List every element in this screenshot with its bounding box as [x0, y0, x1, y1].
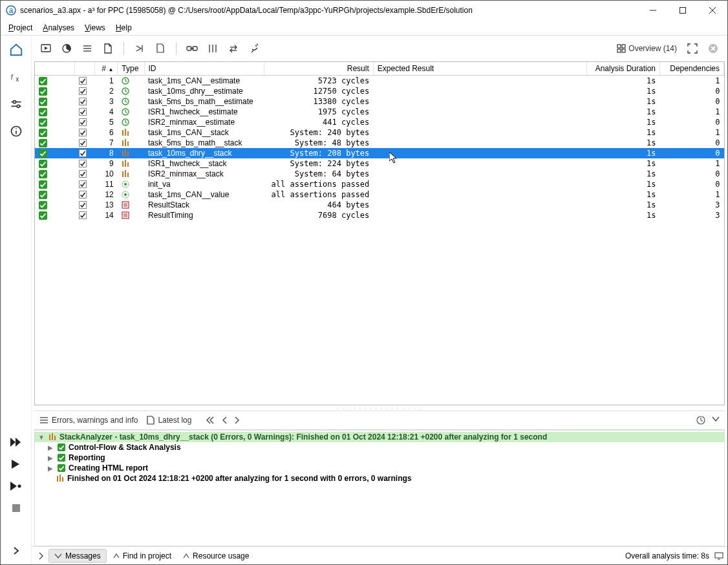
- log-header-row[interactable]: ▼ StackAnalyzer - task_10ms_dhry__stack …: [35, 432, 724, 442]
- checkbox-icon[interactable]: [79, 118, 91, 126]
- col-result[interactable]: Result: [264, 62, 374, 76]
- prev-log-icon[interactable]: [221, 416, 228, 424]
- enabled-cell[interactable]: [75, 200, 95, 210]
- plug-icon[interactable]: [245, 39, 263, 58]
- enabled-cell[interactable]: [75, 148, 95, 158]
- expand-right-icon[interactable]: [8, 544, 24, 558]
- log-row[interactable]: ▶ Control-Flow & Stack Analysis: [35, 442, 724, 453]
- menu-analyses[interactable]: Analyses: [37, 21, 80, 34]
- col-type[interactable]: Type: [118, 62, 144, 76]
- next-log-icon[interactable]: [234, 416, 241, 424]
- pie-icon[interactable]: [58, 39, 76, 58]
- col-expected[interactable]: Expected Result: [373, 62, 586, 76]
- table-row[interactable]: 12task_1ms_CAN__valueall assertions pass…: [35, 189, 724, 200]
- checkbox-icon[interactable]: [79, 180, 91, 188]
- checkbox-icon[interactable]: [79, 129, 91, 136]
- table-row[interactable]: 8task_10ms_dhry__stackSystem: 208 bytes1…: [35, 148, 724, 158]
- checkbox-icon[interactable]: [79, 170, 91, 178]
- checkbox-icon[interactable]: [79, 201, 91, 209]
- messages-tab[interactable]: Messages: [48, 549, 107, 563]
- enabled-cell[interactable]: [75, 189, 95, 200]
- table-row[interactable]: 5ISR2_minmax__estimate441 cycles1s0: [35, 117, 724, 127]
- log-row[interactable]: Finished on 01 Oct 2024 12:18:21 +0200 a…: [35, 473, 724, 484]
- checkbox-icon[interactable]: [79, 139, 91, 147]
- columns-icon[interactable]: [204, 39, 222, 58]
- enabled-cell[interactable]: [75, 158, 95, 169]
- menu-help[interactable]: Help: [111, 21, 137, 34]
- enabled-cell[interactable]: [75, 107, 95, 117]
- maximize-button[interactable]: [668, 1, 698, 20]
- stop-icon[interactable]: [8, 501, 24, 515]
- overview-button[interactable]: Overview (14): [613, 44, 681, 53]
- enabled-cell[interactable]: [75, 210, 95, 220]
- table-row[interactable]: 9ISR1_hwcheck__stackSystem: 224 bytes1s1: [35, 158, 724, 169]
- enabled-cell[interactable]: [75, 76, 95, 87]
- checkbox-icon[interactable]: [79, 160, 91, 167]
- home-icon[interactable]: [6, 39, 27, 60]
- checkbox-icon[interactable]: [79, 98, 91, 105]
- checkbox-icon[interactable]: [79, 211, 91, 219]
- checkbox-icon[interactable]: [79, 87, 91, 95]
- enabled-cell[interactable]: [75, 138, 95, 148]
- checkbox-icon[interactable]: [79, 77, 91, 85]
- first-log-icon[interactable]: [206, 416, 215, 424]
- table-row[interactable]: 11init_vaall assertions passed1s0: [35, 179, 724, 189]
- list-icon[interactable]: [78, 39, 96, 58]
- table-row[interactable]: 1task_1ms_CAN__estimate5723 cycles1s1: [35, 76, 724, 87]
- resource-tab[interactable]: Resource usage: [178, 549, 254, 562]
- checkbox-icon[interactable]: [79, 108, 91, 116]
- errors-tab[interactable]: Errors, warnings and info: [39, 416, 138, 425]
- results-table[interactable]: # ▲ Type ID Result Expected Result Analy…: [34, 61, 725, 405]
- table-row[interactable]: 14ResultTiming7698 cycles1s3: [35, 210, 724, 220]
- latest-log-tab[interactable]: Latest log: [147, 416, 191, 425]
- link-icon[interactable]: [183, 39, 201, 58]
- expand-status-icon[interactable]: [36, 552, 47, 560]
- settings-sliders-icon[interactable]: [6, 94, 27, 114]
- status-cell: [35, 179, 75, 189]
- menu-project[interactable]: Project: [3, 21, 37, 34]
- enabled-cell[interactable]: [75, 86, 95, 96]
- run-button[interactable]: [37, 39, 55, 58]
- play-icon[interactable]: [8, 457, 24, 471]
- col-deps[interactable]: Dependencies: [660, 62, 724, 76]
- table-row[interactable]: 7task_5ms_bs_math__stackSystem: 48 bytes…: [35, 138, 724, 148]
- play-to-end-icon[interactable]: [8, 479, 24, 493]
- col-status[interactable]: [35, 62, 75, 76]
- document-small-icon[interactable]: [151, 39, 169, 58]
- checkbox-icon[interactable]: [79, 149, 91, 157]
- find-tab[interactable]: Find in project: [108, 549, 177, 562]
- close-button[interactable]: [698, 1, 727, 20]
- col-enabled[interactable]: [75, 62, 95, 76]
- document-icon[interactable]: [99, 39, 117, 58]
- enabled-cell[interactable]: [75, 117, 95, 127]
- fast-forward-icon[interactable]: [8, 435, 24, 449]
- collapse-log-icon[interactable]: [712, 416, 720, 425]
- table-row[interactable]: 6task_1ms_CAN__stackSystem: 240 bytes1s1: [35, 127, 724, 138]
- function-icon[interactable]: fx: [6, 67, 27, 87]
- splitter[interactable]: · · · · · · · · · · · · · · · ·: [32, 405, 727, 410]
- monitor-icon[interactable]: [714, 552, 723, 560]
- menu-views[interactable]: Views: [80, 21, 111, 34]
- log-row[interactable]: ▶ Reporting: [35, 453, 724, 463]
- col-num[interactable]: # ▲: [95, 62, 118, 76]
- fullscreen-icon[interactable]: [683, 39, 701, 58]
- enabled-cell[interactable]: [75, 127, 95, 138]
- close-panel-icon[interactable]: [704, 39, 722, 58]
- enabled-cell[interactable]: [75, 169, 95, 179]
- table-row[interactable]: 2task_10ms_dhry__estimate12750 cycles1s0: [35, 86, 724, 96]
- checkbox-icon[interactable]: [79, 191, 91, 198]
- info-icon[interactable]: [6, 121, 27, 142]
- enabled-cell[interactable]: [75, 96, 95, 107]
- col-duration[interactable]: Analysis Duration: [586, 62, 659, 76]
- clock-icon[interactable]: [696, 416, 705, 425]
- enabled-cell[interactable]: [75, 179, 95, 189]
- log-row[interactable]: ▶ Creating HTML report: [35, 463, 724, 473]
- swap-icon[interactable]: [224, 39, 242, 58]
- step-icon[interactable]: [131, 39, 149, 58]
- minimize-button[interactable]: [638, 1, 668, 20]
- table-row[interactable]: 10ISR2_minmax__stackSystem: 64 bytes1s0: [35, 169, 724, 179]
- table-row[interactable]: 4ISR1_hwcheck__estimate1975 cycles1s1: [35, 107, 724, 117]
- table-row[interactable]: 3task_5ms_bs_math__estimate13380 cycles1…: [35, 96, 724, 107]
- table-row[interactable]: 13ResultStack464 bytes1s3: [35, 200, 724, 210]
- col-id[interactable]: ID: [144, 62, 264, 76]
